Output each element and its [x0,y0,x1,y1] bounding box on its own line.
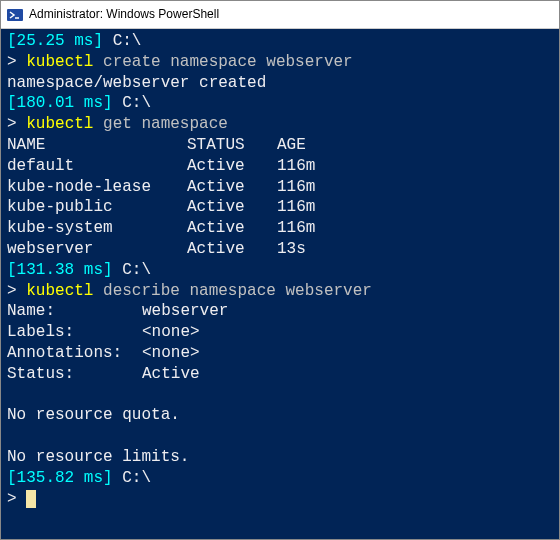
prompt-caret: > [7,115,17,133]
table-row: kube-node-leaseActive116m [7,177,553,198]
path: C:\ [122,469,151,487]
path: C:\ [113,32,142,50]
timing: [131.38 ms] [7,261,113,279]
describe-row: Labels:<none> [7,322,553,343]
titlebar[interactable]: Administrator: Windows PowerShell [1,1,559,29]
prompt-caret: > [7,490,17,508]
terminal-area[interactable]: [25.25 ms] C:\> kubectl create namespace… [1,29,559,539]
output: No resource limits. [7,447,553,468]
table-row: webserverActive13s [7,239,553,260]
command-args: get namespace [103,115,228,133]
powershell-window: Administrator: Windows PowerShell [25.25… [0,0,560,540]
describe-row: Status:Active [7,364,553,385]
command-args: describe namespace webserver [103,282,372,300]
command: kubectl [26,53,93,71]
path: C:\ [122,94,151,112]
prompt-caret: > [7,282,17,300]
output: No resource quota. [7,405,553,426]
table-row: kube-systemActive116m [7,218,553,239]
command-args: create namespace webserver [103,53,353,71]
prompt-caret: > [7,53,17,71]
command: kubectl [26,115,93,133]
path: C:\ [122,261,151,279]
table-row: defaultActive116m [7,156,553,177]
describe-row: Annotations:<none> [7,343,553,364]
timing: [135.82 ms] [7,469,113,487]
cursor [26,490,36,508]
powershell-icon [7,7,23,23]
table-row: kube-publicActive116m [7,197,553,218]
command: kubectl [26,282,93,300]
timing: [25.25 ms] [7,32,103,50]
describe-row: Name:webserver [7,301,553,322]
table-header: NAMESTATUSAGE [7,135,553,156]
window-title: Administrator: Windows PowerShell [29,7,219,23]
timing: [180.01 ms] [7,94,113,112]
output: namespace/webserver created [7,73,553,94]
